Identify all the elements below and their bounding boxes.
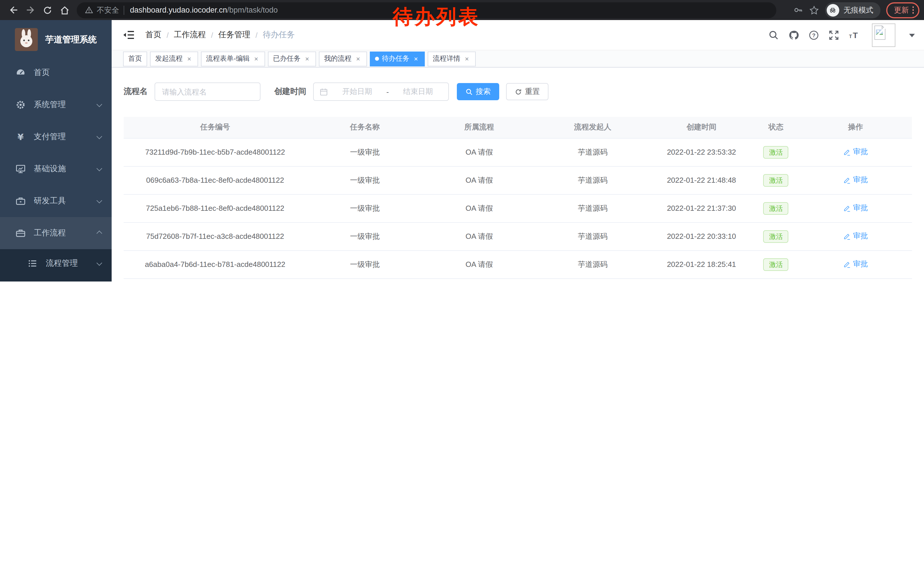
edit-pen-icon [843,148,851,156]
cell-task-name: 一级审批 [307,250,423,278]
browser-update-button[interactable]: 更新 [886,2,920,18]
reset-button[interactable]: 重置 [506,83,549,100]
sidebar-item[interactable]: 工作流程 [0,217,112,249]
view-tab[interactable]: 待办任务 × [370,51,425,66]
fullscreen-icon[interactable] [828,30,839,41]
sidebar-item[interactable]: 首页 [0,57,112,89]
content-area: 流程名 创建时间 开始日期 - 结束日期 搜索 重 [112,68,924,281]
tab-label: 我的流程 [324,54,351,63]
sidebar-item[interactable]: 流程管理 [0,249,112,278]
key-icon[interactable] [793,5,803,15]
cell-starter: 芋道源码 [535,166,650,194]
approve-link[interactable]: 审批 [843,231,868,242]
table-row[interactable]: a6aba0a4-7b6d-11ec-b781-acde48001122 一级审… [124,250,912,278]
close-tab-icon[interactable]: × [252,55,260,63]
approve-link[interactable]: 审批 [843,175,868,185]
view-tab[interactable]: 发起流程 × [150,51,198,66]
avatar-dropdown-caret[interactable] [909,33,915,40]
browser-back-button[interactable] [4,2,22,19]
font-size-icon[interactable]: TT [848,30,859,41]
close-tab-icon[interactable]: × [303,55,311,63]
end-date-placeholder[interactable]: 结束日期 [393,87,442,97]
chevron-down-icon [96,133,102,139]
user-avatar-broken-image[interactable] [872,23,896,47]
column-header: 流程发起人 [535,117,650,138]
close-tab-icon[interactable]: × [412,55,420,63]
start-date-placeholder[interactable]: 开始日期 [333,87,382,97]
close-tab-icon[interactable]: × [186,55,193,63]
table-row[interactable]: 725a1eb6-7b88-11ec-8ef0-acde48001122 一级审… [124,194,912,222]
browser-home-button[interactable] [56,2,73,19]
date-range-picker[interactable]: 开始日期 - 结束日期 [313,83,449,101]
cell-task-id: 725a1eb6-7b88-11ec-8ef0-acde48001122 [124,194,307,222]
incognito-label: 无痕模式 [844,5,873,15]
gear-icon [15,100,26,110]
view-tab[interactable]: 流程表单-编辑 × [201,51,265,66]
browser-menu-icon[interactable] [912,7,914,14]
arrow-left-icon [8,5,19,15]
status-badge: 激活 [764,174,789,186]
table-row[interactable]: 73211d9d-7b9b-11ec-b5b7-acde48001122 一级审… [124,138,912,166]
close-tab-icon[interactable]: × [463,55,471,63]
sidebar-item[interactable]: 任务管理 [0,278,112,281]
update-label: 更新 [894,5,909,15]
table-row[interactable]: 75d72608-7b7f-11ec-a3c8-acde48001122 一级审… [124,222,912,250]
view-tab[interactable]: 已办任务 × [268,51,316,66]
cell-task-id: a6aba0a4-7b6d-11ec-b781-acde48001122 [124,250,307,278]
sidebar-item-label: 研发工具 [34,196,89,206]
sidebar-item[interactable]: 基础设施 [0,153,112,185]
search-icon[interactable] [768,30,779,41]
cell-create-time: 2022-01-22 20:33:10 [650,222,753,250]
breadcrumb-separator: / [256,31,258,39]
cell-starter: 芋道源码 [535,138,650,166]
cell-process: OA 请假 [423,250,535,278]
monitor-icon [15,164,26,174]
dashboard-icon [15,68,26,78]
security-label[interactable]: 不安全 [97,5,119,15]
incognito-icon [826,4,839,17]
approve-link[interactable]: 审批 [843,259,868,269]
approve-link[interactable]: 审批 [843,147,868,157]
approve-label: 审批 [853,147,868,157]
yen-icon: ¥ [15,132,26,142]
list-icon [27,258,38,269]
sidebar-item[interactable]: 研发工具 [0,185,112,217]
screen: 不安全 dashboard.yudao.iocoder.cn/bpm/task/… [0,0,924,281]
search-button[interactable]: 搜索 [457,83,499,100]
close-tab-icon[interactable]: × [354,55,362,63]
column-header: 操作 [799,117,912,138]
range-separator: - [386,87,389,96]
browser-forward-button[interactable] [22,2,39,19]
github-icon[interactable] [788,30,799,41]
status-badge: 激活 [764,230,789,243]
sidebar-item[interactable]: ¥ 支付管理 [0,121,112,153]
browser-reload-button[interactable] [39,2,56,19]
breadcrumb-task-mgmt[interactable]: 任务管理 [218,30,250,40]
refresh-icon [514,88,522,95]
app-logo-row[interactable]: 芋道管理系统 [0,20,112,57]
bookmark-star-icon[interactable] [808,5,819,15]
approve-link[interactable]: 审批 [843,203,868,213]
breadcrumb-separator: / [166,31,169,39]
breadcrumb: 首页 / 工作流程 / 任务管理 / 待办任务 [146,30,295,40]
approve-label: 审批 [853,231,868,242]
page-header: 首页 / 工作流程 / 任务管理 / 待办任务 ? TT [112,20,924,50]
view-tab[interactable]: 首页 [123,51,147,66]
breadcrumb-current: 待办任务 [263,30,295,40]
table-row[interactable]: 8f0d1619-7ac8-11ec-a9e2-a2380e71991a 1.2… [124,278,912,281]
breadcrumb-home[interactable]: 首页 [146,30,162,40]
table-row[interactable]: 069c6a63-7b8a-11ec-8ef0-acde48001122 一级审… [124,166,912,194]
breadcrumb-workflow[interactable]: 工作流程 [174,30,206,40]
process-name-input[interactable] [154,83,261,101]
view-tab[interactable]: 流程详情 × [428,51,476,66]
cell-create-time: 2022-01-22 23:53:32 [650,138,753,166]
column-header: 任务名称 [307,117,423,138]
view-tab[interactable]: 我的流程 × [319,51,367,66]
collapse-sidebar-icon[interactable] [123,29,135,41]
sidebar-item[interactable]: 系统管理 [0,89,112,121]
sidebar-item-label: 系统管理 [34,100,89,110]
table-header-row: 任务编号任务名称所属流程流程发起人创建时间状态操作 [124,117,912,138]
not-secure-warning-icon [85,6,93,14]
help-icon[interactable]: ? [808,30,819,41]
svg-text:¥: ¥ [18,132,24,142]
